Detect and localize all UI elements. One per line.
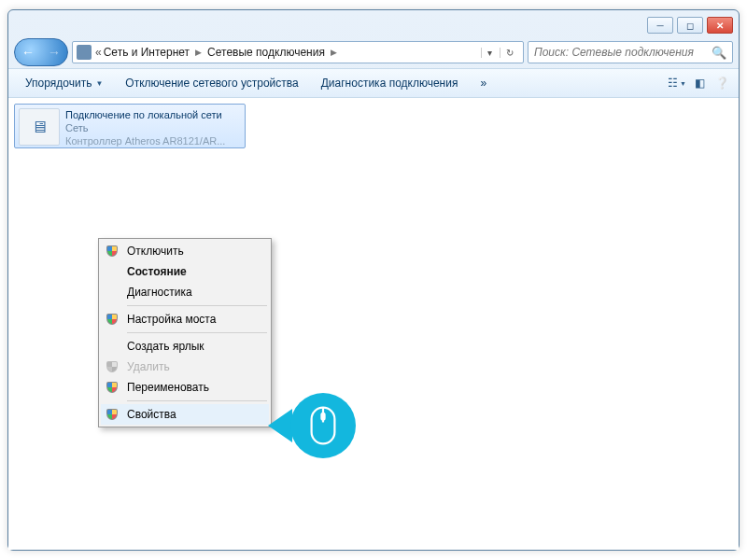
context-menu-item[interactable]: Создать ярлык [101, 336, 269, 357]
context-menu-label: Свойства [127, 408, 176, 421]
context-menu-label: Диагностика [127, 286, 192, 299]
network-icon [77, 45, 92, 60]
close-button[interactable]: ✕ [707, 17, 733, 34]
dropdown-icon[interactable]: ▾ [481, 48, 498, 58]
shield-icon [105, 380, 120, 395]
context-menu-label: Отключить [127, 245, 184, 258]
svg-rect-2 [320, 413, 325, 421]
connection-device: Контроллер Atheros AR8121/AR... [65, 134, 233, 147]
help-icon[interactable]: ❔ [711, 73, 733, 93]
connection-title: Подключение по локальной сети [65, 108, 233, 121]
context-menu-item[interactable]: Переименовать [101, 377, 269, 398]
mouse-icon [306, 404, 340, 447]
context-menu-item: Удалить [101, 357, 269, 377]
chevron-down-icon: ▼ [95, 79, 103, 88]
organize-button[interactable]: Упорядочить▼ [14, 69, 114, 97]
minimize-button[interactable]: ─ [647, 17, 673, 34]
callout-circle [290, 393, 356, 458]
shield-icon [105, 359, 120, 374]
context-menu-item[interactable]: Свойства [101, 404, 269, 425]
context-menu-label: Состояние [127, 265, 187, 278]
context-menu-item[interactable]: Диагностика [101, 282, 269, 302]
chevron-right-icon: ▶ [327, 48, 341, 57]
context-menu-item[interactable]: Отключить [101, 241, 269, 261]
diagnose-button[interactable]: Диагностика подключения [310, 69, 470, 97]
refresh-icon[interactable]: ↻ [500, 48, 519, 58]
connection-subtitle: Сеть [65, 121, 233, 134]
maximize-button[interactable]: ◻ [677, 17, 703, 34]
shield-icon [105, 407, 120, 422]
breadcrumb-seg2[interactable]: Сетевые подключения [205, 46, 327, 59]
breadcrumb-prefix: « [95, 46, 102, 59]
connection-icon: 🖥 [19, 108, 60, 146]
explorer-window: ─ ◻ ✕ ← → « Сеть и Интернет ▶ Сетевые по… [7, 9, 740, 551]
toolbar: Упорядочить▼ Отключение сетевого устройс… [8, 68, 739, 98]
titlebar: ─ ◻ ✕ [8, 10, 739, 36]
nav-back-forward[interactable]: ← → [14, 38, 68, 66]
menu-separator [127, 400, 267, 401]
chevron-right-icon: ▶ [191, 48, 205, 57]
mouse-callout [268, 393, 356, 458]
view-options-icon[interactable]: ☷▼ [666, 73, 688, 93]
search-input[interactable] [534, 46, 712, 59]
toolbar-overflow[interactable]: » [469, 69, 498, 97]
search-icon: 🔍 [712, 46, 726, 60]
breadcrumb-seg1[interactable]: Сеть и Интернет [102, 46, 191, 59]
back-icon[interactable]: ← [16, 40, 40, 64]
context-menu-label: Удалить [127, 360, 170, 373]
shield-icon [105, 244, 120, 259]
blank-icon [105, 285, 120, 300]
address-bar[interactable]: « Сеть и Интернет ▶ Сетевые подключения … [72, 41, 524, 63]
callout-pointer [268, 409, 292, 442]
context-menu-item[interactable]: Настройка моста [101, 309, 269, 329]
content-area: 🖥 Подключение по локальной сети Сеть Кон… [8, 98, 739, 550]
blank-icon [105, 339, 120, 354]
context-menu: ОтключитьСостояниеДиагностикаНастройка м… [98, 238, 272, 427]
context-menu-label: Создать ярлык [127, 340, 204, 353]
connection-item[interactable]: 🖥 Подключение по локальной сети Сеть Кон… [14, 104, 246, 148]
context-menu-label: Переименовать [127, 381, 209, 394]
preview-pane-icon[interactable]: ◧ [688, 73, 711, 93]
menu-separator [127, 305, 267, 306]
context-menu-label: Настройка моста [127, 313, 216, 326]
context-menu-item[interactable]: Состояние [101, 261, 269, 282]
shield-icon [105, 312, 120, 327]
menu-separator [127, 332, 267, 333]
disable-device-button[interactable]: Отключение сетевого устройства [114, 69, 309, 97]
search-box[interactable]: 🔍 [528, 41, 733, 63]
blank-icon [105, 264, 120, 279]
forward-icon[interactable]: → [42, 40, 66, 64]
navbar: ← → « Сеть и Интернет ▶ Сетевые подключе… [8, 36, 739, 68]
